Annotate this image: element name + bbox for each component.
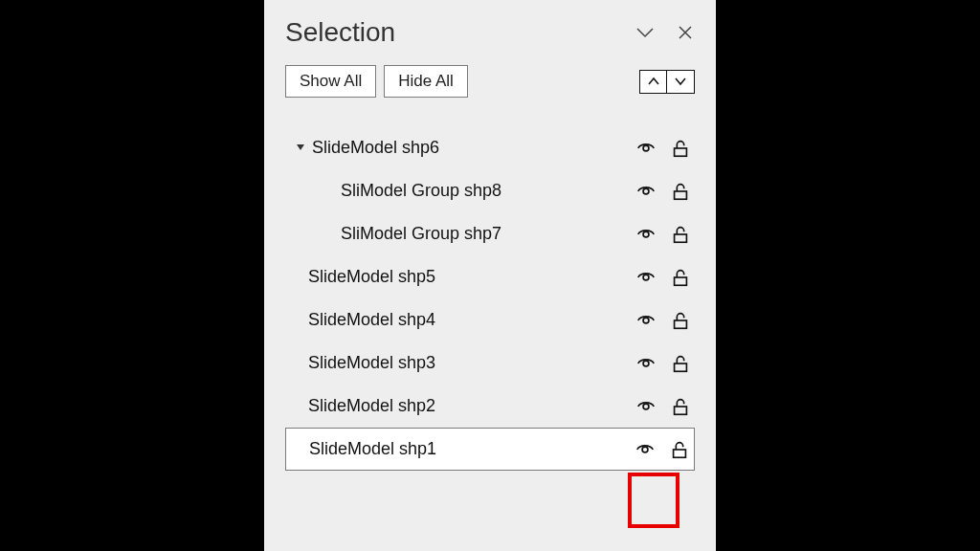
svg-point-2	[643, 188, 649, 194]
move-down-button[interactable]	[666, 70, 695, 94]
row-icons	[635, 181, 695, 202]
tree-item-label: SlideModel shp1	[305, 439, 635, 459]
tree-row[interactable]: SlideModel shp2	[285, 385, 695, 428]
row-icons	[635, 353, 695, 374]
row-icons	[635, 267, 695, 288]
move-up-button[interactable]	[639, 70, 668, 94]
svg-point-0	[643, 145, 649, 151]
button-row: Show All Hide All	[285, 65, 695, 98]
svg-rect-11	[675, 364, 687, 371]
svg-rect-13	[675, 407, 687, 414]
lock-toggle-icon[interactable]	[669, 439, 690, 460]
visibility-toggle-icon[interactable]	[635, 439, 656, 460]
tree-row[interactable]: SliModel Group shp8	[285, 169, 695, 212]
expand-toggle-icon[interactable]	[293, 142, 308, 155]
tree-row[interactable]: SlideModel shp4	[285, 298, 695, 342]
visibility-toggle-icon[interactable]	[635, 353, 657, 374]
lock-toggle-icon[interactable]	[670, 310, 691, 331]
tree-row[interactable]: SlideModel shp1	[285, 428, 695, 471]
row-icons	[635, 439, 694, 460]
tree-row[interactable]: SlideModel shp6	[285, 126, 695, 169]
tree-row[interactable]: SliModel Group shp7	[285, 212, 695, 255]
visibility-toggle-icon[interactable]	[635, 181, 657, 202]
collapse-panel-icon[interactable]	[635, 23, 655, 42]
row-icons	[635, 396, 695, 417]
visibility-toggle-icon[interactable]	[635, 267, 657, 288]
selection-panel: Selection Show All Hide All SlideModel s…	[264, 0, 716, 551]
tree-item-label: SlideModel shp2	[304, 396, 635, 416]
close-panel-icon[interactable]	[676, 23, 695, 42]
svg-point-4	[643, 231, 649, 237]
svg-point-8	[643, 318, 649, 323]
svg-rect-5	[675, 234, 687, 242]
lock-toggle-icon[interactable]	[670, 396, 691, 417]
row-icons	[635, 224, 695, 245]
visibility-toggle-icon[interactable]	[635, 138, 657, 159]
tree-row[interactable]: SlideModel shp5	[285, 255, 695, 298]
row-icons	[635, 138, 695, 159]
annotation-highlight	[628, 473, 679, 528]
row-icons	[635, 310, 695, 331]
hide-all-button[interactable]: Hide All	[384, 65, 468, 98]
lock-toggle-icon[interactable]	[670, 181, 691, 202]
tree-item-label: SliModel Group shp8	[337, 181, 635, 201]
tree-item-label: SlideModel shp3	[304, 353, 635, 373]
lock-toggle-icon[interactable]	[670, 267, 691, 288]
tree-item-label: SliModel Group shp7	[337, 224, 635, 244]
svg-rect-7	[675, 277, 687, 285]
show-all-button[interactable]: Show All	[285, 65, 376, 98]
svg-point-6	[643, 275, 649, 280]
lock-toggle-icon[interactable]	[670, 138, 691, 159]
svg-rect-9	[675, 320, 687, 328]
lock-toggle-icon[interactable]	[670, 353, 691, 374]
panel-header: Selection	[285, 17, 695, 48]
svg-point-14	[642, 447, 648, 452]
visibility-toggle-icon[interactable]	[635, 310, 657, 331]
svg-point-10	[643, 361, 649, 366]
tree-item-label: SlideModel shp5	[304, 267, 635, 287]
tree-item-label: SlideModel shp6	[308, 138, 635, 158]
svg-rect-15	[674, 450, 686, 457]
panel-title: Selection	[285, 17, 395, 48]
tree-row[interactable]: SlideModel shp3	[285, 342, 695, 385]
visibility-toggle-icon[interactable]	[635, 396, 657, 417]
lock-toggle-icon[interactable]	[670, 224, 691, 245]
svg-point-12	[643, 404, 649, 409]
object-tree: SlideModel shp6SliModel Group shp8SliMod…	[285, 126, 695, 471]
header-controls	[635, 23, 695, 42]
reorder-buttons	[639, 70, 696, 94]
tree-item-label: SlideModel shp4	[304, 310, 635, 330]
visibility-toggle-icon[interactable]	[635, 224, 657, 245]
svg-rect-3	[675, 191, 687, 199]
svg-rect-1	[675, 148, 687, 156]
